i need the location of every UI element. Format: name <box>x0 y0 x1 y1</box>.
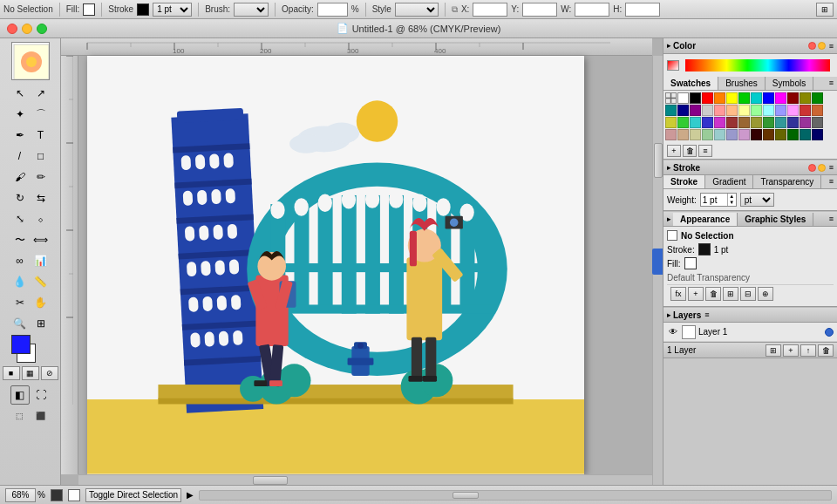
lasso-tool[interactable]: ⌒ <box>31 105 51 124</box>
swatch-item[interactable] <box>763 105 774 116</box>
swatch-item[interactable] <box>726 105 738 116</box>
opacity-input[interactable]: 100 <box>317 3 348 17</box>
swatch-item[interactable] <box>702 117 713 128</box>
new-swatch-btn[interactable]: + <box>667 145 681 157</box>
weight-up-btn[interactable]: ▲ <box>728 194 736 200</box>
layer-visibility-btn[interactable]: 👁 <box>667 326 679 338</box>
slice-tool[interactable]: ✂ <box>10 293 30 312</box>
color-panel-header[interactable]: ▸ Color ≡ <box>663 38 837 54</box>
swatch-item[interactable] <box>665 117 677 128</box>
swatch-black[interactable] <box>690 92 701 104</box>
scale-tool[interactable]: ⤡ <box>10 209 30 228</box>
reflect-tool[interactable]: ⇆ <box>31 188 51 208</box>
swatch-item[interactable] <box>726 117 738 128</box>
swatch-item[interactable] <box>800 92 811 104</box>
type-tool[interactable]: T <box>31 126 51 145</box>
style-select[interactable] <box>395 3 439 17</box>
extra-btn2[interactable]: ⬛ <box>31 406 51 426</box>
line-tool[interactable]: / <box>10 146 30 166</box>
swatch-item[interactable] <box>800 105 811 116</box>
swatch-item[interactable] <box>738 92 750 104</box>
eyedropper-tool[interactable]: 💧 <box>10 272 30 291</box>
gradient-mode-btn[interactable]: ▦ <box>22 366 39 380</box>
bottom-scroll-track[interactable] <box>199 490 832 501</box>
swatch-item[interactable] <box>787 105 799 116</box>
brush-select[interactable] <box>234 3 269 17</box>
swatch-item[interactable] <box>665 105 677 116</box>
swatch-item[interactable] <box>738 117 750 128</box>
swatch-item[interactable] <box>690 117 701 128</box>
shear-tool[interactable]: ⬦ <box>31 209 51 228</box>
swatches-menu-btn[interactable]: ≡ <box>826 77 837 90</box>
fill-swatch[interactable] <box>83 3 95 16</box>
swatch-item[interactable] <box>763 129 774 140</box>
foreground-color-box[interactable] <box>11 335 31 354</box>
swatch-white[interactable] <box>677 92 689 104</box>
weight-arrows[interactable]: ▲ ▼ <box>727 194 736 206</box>
tab-appearance[interactable]: Appearance <box>673 213 738 226</box>
weight-stepper[interactable]: ▲ ▼ <box>700 193 737 207</box>
swatch-item[interactable] <box>812 92 823 104</box>
blend-tool[interactable]: ∞ <box>10 251 30 270</box>
appearance-expand[interactable]: ≡ <box>829 215 834 223</box>
swatch-lib-btn[interactable]: ≡ <box>698 145 712 157</box>
main-canvas[interactable] <box>87 56 584 474</box>
layer-name[interactable]: Layer 1 <box>698 327 822 337</box>
delete-layer-btn[interactable]: 🗑 <box>818 344 834 357</box>
chart-tool[interactable]: 📊 <box>31 251 51 270</box>
swatch-item[interactable] <box>690 105 701 116</box>
y-input[interactable]: 0 mm <box>522 3 557 17</box>
move-to-layer-btn[interactable]: ↑ <box>800 344 816 357</box>
color-panel-close[interactable] <box>808 42 816 50</box>
tab-graphic-styles[interactable]: Graphic Styles <box>738 213 813 226</box>
preview-mode-btn[interactable]: ◧ <box>10 385 30 405</box>
horizontal-scrollbar[interactable] <box>78 474 652 485</box>
add-swatch-btn[interactable] <box>665 92 677 104</box>
swatch-item[interactable] <box>751 117 762 128</box>
toggle-selection-btn[interactable]: Toggle Direct Selection <box>85 488 181 502</box>
swatch-item[interactable] <box>751 129 762 140</box>
new-layer-btn[interactable]: + <box>783 344 799 357</box>
swatch-item[interactable] <box>787 92 799 104</box>
swatch-item[interactable] <box>800 117 811 128</box>
tab-swatches[interactable]: Swatches <box>663 77 718 90</box>
collapse-panel-btn[interactable] <box>652 249 663 275</box>
selection-tool[interactable]: ↖ <box>10 84 30 103</box>
fill-appear-swatch[interactable] <box>684 257 697 269</box>
w-input[interactable]: 0 mm <box>575 3 609 17</box>
close-button[interactable] <box>7 24 17 34</box>
swatch-item[interactable] <box>763 92 774 104</box>
zoom-input[interactable] <box>5 488 36 502</box>
swatch-item[interactable] <box>702 105 713 116</box>
h-input[interactable]: 0 mm <box>625 3 660 17</box>
layers-expand[interactable]: ≡ <box>704 310 709 319</box>
swatch-item[interactable] <box>726 92 738 104</box>
appear-menu-btn[interactable]: ⊞ <box>723 287 738 301</box>
stroke-panel-expand[interactable]: ≡ <box>829 163 834 172</box>
swatch-item[interactable] <box>775 105 786 116</box>
stroke-menu-btn[interactable]: ≡ <box>826 175 837 188</box>
maximize-button[interactable] <box>37 24 47 34</box>
artboard-tool[interactable]: ⊞ <box>31 314 51 333</box>
stroke-panel-min[interactable] <box>818 164 826 172</box>
swatch-item[interactable] <box>714 117 725 128</box>
swatch-item[interactable] <box>787 129 799 140</box>
pencil-tool[interactable]: ✏ <box>31 167 51 187</box>
rect-tool[interactable]: □ <box>31 146 51 166</box>
tab-stroke[interactable]: Stroke <box>663 175 705 188</box>
canvas-area[interactable]: 100 200 300 400 <box>61 38 663 485</box>
pen-tool[interactable]: ✒ <box>10 126 30 145</box>
swatch-item[interactable] <box>775 92 786 104</box>
fx-btn[interactable]: fx <box>670 287 686 301</box>
swatch-item[interactable] <box>677 117 689 128</box>
swatch-item[interactable] <box>726 129 738 140</box>
tab-symbols[interactable]: Symbols <box>766 77 813 90</box>
swatch-item[interactable] <box>812 129 823 140</box>
layers-panel-header[interactable]: ▸ Layers ≡ <box>663 307 837 323</box>
measure-tool[interactable]: 📏 <box>31 272 51 291</box>
stroke-appear-swatch[interactable] <box>698 243 711 255</box>
swatch-item[interactable] <box>775 117 786 128</box>
swatch-item[interactable] <box>751 92 762 104</box>
width-tool[interactable]: ⟺ <box>31 230 51 249</box>
delete-appear-btn[interactable]: 🗑 <box>705 287 721 301</box>
